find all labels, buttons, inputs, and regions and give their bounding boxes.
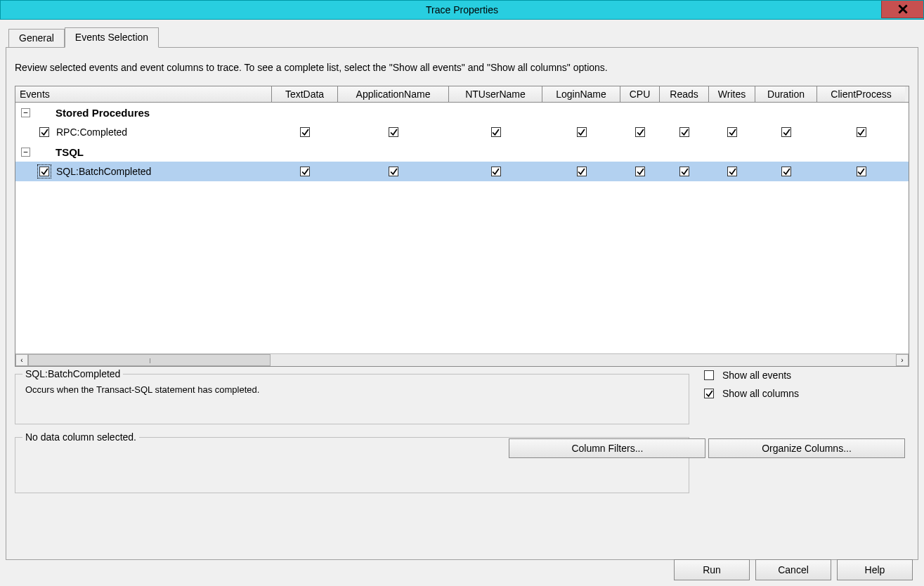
cell-checkbox[interactable] bbox=[491, 167, 501, 176]
tab-general[interactable]: General bbox=[8, 29, 65, 49]
tab-events-selection[interactable]: Events Selection bbox=[65, 27, 159, 48]
category-row: − TSQL bbox=[15, 142, 909, 162]
col-header-clientprocess[interactable]: ClientProcess bbox=[817, 86, 905, 102]
dialog-body: General Events Selection Review selected… bbox=[0, 20, 924, 586]
organize-columns-button[interactable]: Organize Columns... bbox=[708, 438, 905, 458]
cancel-button[interactable]: Cancel bbox=[755, 559, 831, 580]
event-row-sqlbatchcompleted[interactable]: SQL:BatchCompleted bbox=[15, 162, 909, 181]
cell-checkbox[interactable] bbox=[577, 127, 587, 137]
scroll-right-button[interactable]: › bbox=[896, 354, 909, 366]
category-label: Stored Procedures bbox=[56, 107, 150, 119]
cell-checkbox[interactable] bbox=[781, 127, 791, 137]
horizontal-scrollbar[interactable]: ‹ ||| › bbox=[15, 353, 909, 366]
event-checkbox[interactable] bbox=[39, 127, 49, 137]
cell-checkbox[interactable] bbox=[857, 127, 866, 137]
cell-checkbox[interactable] bbox=[727, 127, 737, 137]
event-description-title: SQL:BatchCompleted bbox=[22, 368, 123, 379]
show-all-columns-option[interactable]: Show all columns bbox=[704, 388, 901, 399]
help-button[interactable]: Help bbox=[837, 559, 913, 580]
window-title: Trace Properties bbox=[426, 4, 498, 15]
collapse-toggle[interactable]: − bbox=[21, 108, 30, 117]
cell-checkbox[interactable] bbox=[635, 127, 645, 137]
scroll-left-button[interactable]: ‹ bbox=[15, 354, 28, 366]
show-all-columns-label: Show all columns bbox=[722, 388, 799, 399]
cell-checkbox[interactable] bbox=[577, 167, 587, 176]
category-label: TSQL bbox=[56, 146, 84, 158]
grid-header: Events TextData ApplicationName NTUserNa… bbox=[15, 86, 909, 103]
show-all-events-label: Show all events bbox=[722, 370, 791, 381]
cell-checkbox[interactable] bbox=[300, 127, 310, 137]
event-checkbox[interactable] bbox=[39, 167, 49, 176]
event-description-text: Occurs when the Transact-SQL statement h… bbox=[25, 384, 259, 395]
col-header-reads[interactable]: Reads bbox=[660, 86, 709, 102]
cell-checkbox[interactable] bbox=[300, 167, 310, 176]
column-description-title: No data column selected. bbox=[22, 431, 139, 443]
event-row-rpccompleted[interactable]: RPC:Completed bbox=[15, 122, 909, 142]
collapse-toggle[interactable]: − bbox=[21, 148, 30, 157]
col-header-applicationname[interactable]: ApplicationName bbox=[338, 86, 449, 102]
instructions-text: Review selected events and event columns… bbox=[15, 62, 909, 73]
col-header-cpu[interactable]: CPU bbox=[620, 86, 660, 102]
grid-body: − Stored Procedures RPC:Completed bbox=[15, 103, 909, 353]
cell-checkbox[interactable] bbox=[727, 167, 737, 176]
dialog-buttons: Run Cancel Help bbox=[674, 559, 913, 580]
cell-checkbox[interactable] bbox=[389, 167, 398, 176]
event-description-group: SQL:BatchCompleted Occurs when the Trans… bbox=[15, 374, 689, 424]
column-filters-button[interactable]: Column Filters... bbox=[509, 438, 705, 458]
cell-checkbox[interactable] bbox=[491, 127, 501, 137]
show-all-events-checkbox[interactable] bbox=[704, 370, 714, 380]
tabs: General Events Selection bbox=[8, 27, 918, 47]
cell-checkbox[interactable] bbox=[679, 127, 689, 137]
cell-checkbox[interactable] bbox=[679, 167, 689, 176]
col-header-writes[interactable]: Writes bbox=[709, 86, 755, 102]
col-header-events[interactable]: Events bbox=[15, 86, 272, 102]
col-header-textdata[interactable]: TextData bbox=[272, 86, 338, 102]
event-name: SQL:BatchCompleted bbox=[56, 166, 151, 177]
cell-checkbox[interactable] bbox=[781, 167, 791, 176]
titlebar: Trace Properties bbox=[0, 0, 924, 20]
show-all-columns-checkbox[interactable] bbox=[704, 389, 714, 398]
options-panel: Show all events Show all columns bbox=[704, 370, 901, 406]
col-header-duration[interactable]: Duration bbox=[755, 86, 817, 102]
col-header-loginname[interactable]: LoginName bbox=[542, 86, 620, 102]
scroll-track[interactable]: ||| bbox=[28, 354, 896, 366]
show-all-events-option[interactable]: Show all events bbox=[704, 370, 901, 381]
scroll-thumb[interactable]: ||| bbox=[28, 354, 271, 366]
col-header-ntusername[interactable]: NTUserName bbox=[449, 86, 542, 102]
cell-checkbox[interactable] bbox=[389, 127, 398, 137]
run-button[interactable]: Run bbox=[674, 559, 750, 580]
cell-checkbox[interactable] bbox=[635, 167, 645, 176]
category-row: − Stored Procedures bbox=[15, 103, 909, 122]
event-name: RPC:Completed bbox=[56, 126, 127, 138]
close-button[interactable] bbox=[881, 1, 923, 18]
close-icon bbox=[898, 4, 908, 14]
side-buttons: Column Filters... Organize Columns... bbox=[509, 438, 905, 462]
events-grid: Events TextData ApplicationName NTUserNa… bbox=[15, 86, 909, 367]
cell-checkbox[interactable] bbox=[857, 167, 866, 176]
tab-content: Review selected events and event columns… bbox=[6, 47, 918, 560]
